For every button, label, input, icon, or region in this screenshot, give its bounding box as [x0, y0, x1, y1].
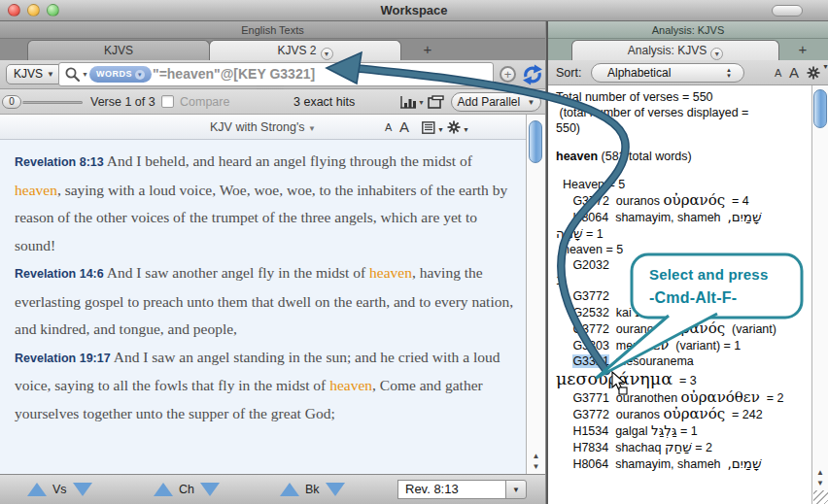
analysis-line: G3772 ouranos οὐρανός (variant) [556, 320, 811, 337]
hit-word: heaven [329, 377, 372, 393]
analysis-text: 550) [556, 121, 580, 135]
scrollbar-thumb[interactable] [813, 89, 827, 128]
context-slider[interactable]: 0 [2, 95, 21, 109]
navigation-footer: Vs Ch Bk Rev. 8:13 ▼ [0, 474, 545, 504]
analysis-text: G3303 men [556, 339, 643, 353]
analysis-line: heaven = 5 [556, 242, 811, 257]
analysis-text: G3771 ouranothen [556, 391, 681, 405]
workspace-window: Workspace English Texts KJVS KJVS 2▼ + K… [0, 0, 828, 504]
chevron-down-icon[interactable]: ▼ [418, 99, 425, 106]
analysis-text: = 1 [583, 227, 604, 241]
scrollbar-arrows[interactable]: ▲▼ [812, 467, 828, 488]
verse-reference[interactable]: Revelation 19:17 [15, 352, 111, 365]
display-settings-icon[interactable] [422, 121, 435, 134]
reference-combo[interactable]: Rev. 8:13 [397, 480, 506, 499]
analysis-text: heaven [556, 150, 598, 163]
analysis-line: G3303 men μέν (variant) = 1 [556, 337, 811, 353]
english-texts-pane: English Texts KJVS KJVS 2▼ + KJVS▼ ▼ WOR… [0, 21, 545, 504]
add-parallel-button[interactable]: Add Parallel ▼ [451, 92, 541, 112]
text-scrollbar[interactable]: ▲▼ [526, 115, 545, 474]
add-search-term-button[interactable]: + [500, 66, 516, 83]
analysis-text: H8064 shamayim, shameh [556, 457, 727, 471]
increase-font-button[interactable]: A [399, 115, 409, 140]
tab-menu-icon[interactable]: ▼ [321, 48, 333, 60]
verse-up-button[interactable] [27, 483, 47, 496]
analysis-text [556, 354, 572, 368]
analysis-text: Total number of verses = 550 [556, 90, 713, 104]
verse-text-area[interactable]: Revelation 8:13 And I beheld, and heard … [0, 140, 526, 474]
analysis-scrollbar[interactable]: ▲▼ [811, 85, 828, 504]
tab-menu-icon[interactable]: ▼ [710, 48, 723, 60]
analysis-text: mesouranema [609, 354, 694, 368]
hebrew-word: גַּלְגַּל [651, 422, 676, 438]
hebrew-word: שַׁחַק [665, 439, 692, 454]
verse-status: Verse 1 of 3 [90, 89, 155, 115]
hebrew-word: ,שָׁמַיִם [727, 455, 761, 471]
book-up-button[interactable] [280, 483, 299, 496]
chapter-down-button[interactable] [200, 483, 220, 496]
verse-reference[interactable]: Revelation 14:6 [15, 267, 104, 281]
new-tab-button[interactable]: + [788, 39, 817, 59]
analysis-line: (total number of verses displayed = [556, 105, 811, 120]
hebrew-word: ,שָׁמַיִם [727, 209, 761, 224]
analysis-text: Heaven = 5 [556, 178, 625, 191]
decrease-font-button[interactable]: A [775, 60, 781, 85]
reference-dropdown-button[interactable]: ▼ [505, 480, 527, 499]
module-name: KJVS [14, 67, 43, 81]
search-bar: KJVS▼ ▼ WORDS▼ "=heaven"@[KEY G3321] + [0, 60, 545, 89]
analysis-text: (total number of verses displayed = [556, 106, 748, 119]
text-toolbar: 0 Verse 1 of 3 Compare 3 exact hits ▼ Ad… [0, 89, 545, 115]
verse-down-button[interactable] [73, 483, 92, 496]
gear-icon[interactable] [447, 120, 461, 134]
analysis-line: H7834 shachaq שַׁחַק = 2 [556, 439, 811, 455]
greek-word: οὐρανόθεν [681, 388, 760, 406]
analysis-text: (variant) [725, 322, 776, 336]
compare-label: Compare [180, 89, 229, 115]
details-chart-icon[interactable] [400, 95, 417, 109]
chapter-up-button[interactable] [154, 483, 173, 496]
increase-font-button[interactable]: A [789, 60, 799, 85]
verse-reference[interactable]: Revelation 8:13 [15, 155, 104, 169]
add-parallel-label: Add Parallel [458, 95, 521, 109]
analysis-line: H1534 galgal גַּלְגַּל = 1 [556, 422, 811, 439]
sort-select[interactable]: Alphabetical ▲▼ [591, 63, 744, 83]
tab-kjvs-label: KJVS [104, 44, 133, 57]
new-tab-button[interactable]: + [413, 39, 442, 59]
updown-arrows-icon: ▲▼ [726, 67, 732, 79]
greek-word: οὐρανός [664, 405, 726, 422]
search-scope-arrow-icon[interactable]: ▼ [82, 71, 88, 78]
scrollbar-arrows[interactable]: ▲▼ [527, 451, 545, 472]
greek-word: μέν [643, 336, 670, 353]
analysis-line: Heaven = 5 [556, 177, 811, 192]
analysis-line: שָׁמֶה = 1 [556, 225, 811, 242]
book-down-button[interactable] [326, 483, 345, 496]
update-search-icon[interactable] [522, 64, 543, 85]
tab-kjvs-2[interactable]: KJVS 2▼ [209, 40, 401, 60]
chevron-down-icon[interactable]: ▼ [822, 63, 828, 70]
analysis-line: heaven (582 total words) [556, 149, 811, 164]
title-bar: Workspace [0, 0, 828, 21]
greek-word: οὐρανός [664, 191, 726, 209]
module-select-button[interactable]: KJVS▼ [6, 64, 62, 84]
tab-analysis-kjvs[interactable]: Analysis: KJVS▼ [571, 40, 779, 60]
search-icon [64, 66, 82, 84]
selected-strongs-number[interactable]: G3321 [572, 354, 609, 368]
sort-value: Alphabetical [607, 66, 671, 80]
tab-kjvs[interactable]: KJVS [27, 40, 210, 60]
new-window-icon[interactable] [428, 95, 444, 109]
search-query-text: "=heaven"@[KEY G3321] [153, 66, 315, 82]
words-scope-pill[interactable]: WORDS▼ [89, 66, 152, 83]
compare-checkbox[interactable] [161, 95, 174, 108]
analysis-line [556, 136, 811, 149]
chevron-down-icon: ▼ [47, 70, 54, 79]
analysis-line: G3772 ouranos οὐρανός = 4 [556, 192, 811, 209]
gear-icon[interactable] [807, 66, 820, 80]
resize-grip[interactable] [813, 490, 828, 504]
ch-label: Ch [179, 483, 194, 496]
scrollbar-thumb[interactable] [529, 120, 542, 163]
context-slider-track[interactable] [22, 101, 83, 104]
toolbar-toggle-button[interactable] [772, 5, 803, 17]
decrease-font-button[interactable]: A [385, 115, 392, 140]
analysis-text: G3772 ouranos [556, 194, 664, 208]
search-input[interactable]: ▼ WORDS▼ "=heaven"@[KEY G3321] [58, 62, 494, 86]
